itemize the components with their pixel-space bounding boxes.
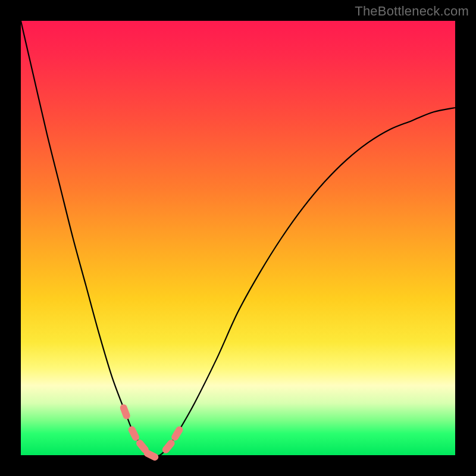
watermark-text: TheBottleneck.com [355, 4, 469, 19]
curve-marker [127, 425, 140, 442]
chart-frame: TheBottleneck.com [0, 0, 476, 476]
curve-svg [21, 21, 455, 455]
curve-markers [119, 403, 184, 462]
curve-marker [170, 425, 184, 441]
plot-area [21, 21, 455, 455]
bottleneck-curve [21, 21, 455, 456]
curve-marker [119, 403, 131, 421]
